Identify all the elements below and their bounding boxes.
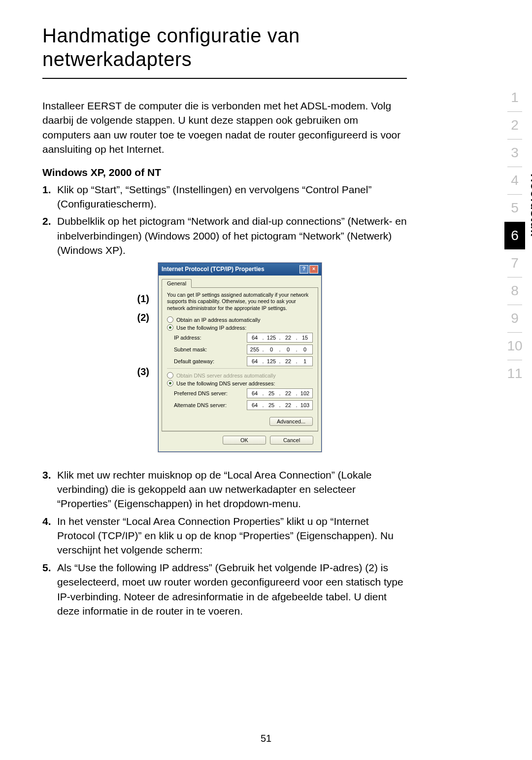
field-ip-address: IP address: 64. 125. 22. 15 <box>174 333 313 343</box>
figure-row: (1) (2) (3) Internet Protocol (TCP/IP) P… <box>42 263 407 460</box>
step-2: 2. Dubbelklik op het pictogram “Network … <box>42 214 407 257</box>
ip-octet: 0 <box>281 346 296 352</box>
field-label: Subnet mask: <box>174 346 247 352</box>
step-5: 5. Als “Use the following IP address” (G… <box>42 560 407 619</box>
callout-1: (1) <box>137 293 149 305</box>
field-default-gateway: Default gateway: 64. 125. 22. 1 <box>174 356 313 366</box>
field-label: Alternate DNS server: <box>174 402 247 408</box>
ip-octet: 125 <box>264 335 279 341</box>
ip-octet: 0 <box>298 346 312 352</box>
chapter-link-2[interactable]: 2 <box>504 111 525 139</box>
step-text: Klik met uw rechter muisknop op de “Loca… <box>57 468 407 511</box>
ip-octet: 64 <box>247 335 262 341</box>
ip-octet: 64 <box>247 358 262 364</box>
chapter-list: 1 2 3 4 5 6 7 8 9 10 11 <box>498 84 532 387</box>
chapter-link-1[interactable]: 1 <box>504 84 525 111</box>
callout-2: (2) <box>137 312 149 323</box>
dns-group: Obtain DNS server address automatically … <box>167 368 313 410</box>
step-text: Klik op “Start”, “Settings” (Instellinge… <box>57 182 407 211</box>
radio-icon <box>167 380 173 386</box>
cancel-button[interactable]: Cancel <box>270 436 313 445</box>
ip-octet: 22 <box>281 335 296 341</box>
radio-icon <box>167 316 173 323</box>
ip-octet: 22 <box>281 358 296 364</box>
step-number: 2. <box>42 214 57 257</box>
ok-button[interactable]: OK <box>223 436 266 445</box>
ip-octet: 0 <box>264 346 279 352</box>
step-3: 3. Klik met uw rechter muisknop op de “L… <box>42 468 407 511</box>
ip-octet: 103 <box>298 402 312 408</box>
ip-octet: 1 <box>298 358 312 364</box>
radio-label: Obtain an IP address automatically <box>176 317 260 323</box>
step-text: In het venster “Local Area Connection Pr… <box>57 514 407 557</box>
step-4: 4. In het venster “Local Area Connection… <box>42 514 407 557</box>
ip-octet: 25 <box>264 402 279 408</box>
field-label: Preferred DNS server: <box>174 390 247 396</box>
chapter-link-11[interactable]: 11 <box>504 360 525 387</box>
ip-address-input[interactable]: 64. 125. 22. 15 <box>247 333 313 343</box>
help-button[interactable]: ? <box>299 265 308 274</box>
default-gateway-input[interactable]: 64. 125. 22. 1 <box>247 356 313 366</box>
ip-octet: 64 <box>247 402 262 408</box>
ip-octet: 15 <box>298 335 312 341</box>
document-page: Handmatige configuratie van netwerkadapt… <box>0 0 532 760</box>
sidebar-vertical-label: Hoofdstuk <box>528 173 532 237</box>
field-label: IP address: <box>174 335 247 341</box>
radio-icon <box>167 372 173 379</box>
figure-callouts: (1) (2) (3) <box>42 263 158 460</box>
step-number: 3. <box>42 468 57 511</box>
chapter-link-8[interactable]: 8 <box>504 277 525 305</box>
chapter-link-7[interactable]: 7 <box>504 249 525 277</box>
intro-paragraph: Installeer EERST de computer die is verb… <box>42 99 407 157</box>
chapter-link-9[interactable]: 9 <box>504 305 525 332</box>
chapter-link-4[interactable]: 4 <box>504 167 525 194</box>
ip-octet: 22 <box>281 402 296 408</box>
ip-octet: 125 <box>264 358 279 364</box>
advanced-row: Advanced... <box>167 417 313 426</box>
tcpip-properties-dialog: Internet Protocol (TCP/IP) Properties ? … <box>158 263 322 452</box>
radio-icon <box>167 324 173 331</box>
chapter-link-6-active[interactable]: 6 <box>504 222 525 249</box>
radio-obtain-ip-auto[interactable]: Obtain an IP address automatically <box>167 316 313 323</box>
step-number: 1. <box>42 182 57 211</box>
subheading: Windows XP, 2000 of NT <box>42 167 407 178</box>
radio-obtain-dns-auto[interactable]: Obtain DNS server address automatically <box>167 372 313 379</box>
page-title: Handmatige configuratie van netwerkadapt… <box>42 24 407 71</box>
title-divider <box>42 78 407 79</box>
ip-octet: 64 <box>247 390 262 396</box>
field-label: Default gateway: <box>174 358 247 364</box>
step-1: 1. Klik op “Start”, “Settings” (Instelli… <box>42 182 407 211</box>
subnet-mask-input[interactable]: 255. 0. 0. 0 <box>247 345 313 354</box>
dialog-description: You can get IP settings assigned automat… <box>167 292 313 312</box>
chapter-link-10[interactable]: 10 <box>504 332 525 360</box>
preferred-dns-input[interactable]: 64. 25. 22. 102 <box>247 388 313 398</box>
field-subnet-mask: Subnet mask: 255. 0. 0. 0 <box>174 345 313 354</box>
step-text: Als “Use the following IP address” (Gebr… <box>57 560 407 619</box>
advanced-button[interactable]: Advanced... <box>269 417 313 426</box>
dialog-footer: OK Cancel <box>162 431 318 449</box>
step-number: 5. <box>42 560 57 619</box>
step-number: 4. <box>42 514 57 557</box>
radio-use-ip[interactable]: Use the following IP address: <box>167 324 313 331</box>
ip-octet: 25 <box>264 390 279 396</box>
step-text: Dubbelklik op het pictogram “Network and… <box>57 214 407 257</box>
page-number: 51 <box>0 733 532 744</box>
alternate-dns-input[interactable]: 64. 25. 22. 103 <box>247 400 313 410</box>
field-alternate-dns: Alternate DNS server: 64. 25. 22. 103 <box>174 400 313 410</box>
ip-octet: 22 <box>281 390 296 396</box>
radio-label: Use the following IP address: <box>176 325 246 331</box>
dialog-titlebar: Internet Protocol (TCP/IP) Properties ? … <box>159 263 321 276</box>
chapter-link-5[interactable]: 5 <box>504 194 525 222</box>
dialog-body: General You can get IP settings assigned… <box>159 276 321 452</box>
ip-octet: 102 <box>298 390 312 396</box>
radio-label: Use the following DNS server addresses: <box>176 380 275 386</box>
chapter-sidebar: 1 2 3 4 5 6 7 8 9 10 11 Hoofdstuk <box>498 84 532 387</box>
close-button[interactable]: × <box>309 265 318 274</box>
main-content: Handmatige configuratie van netwerkadapt… <box>42 24 407 621</box>
tab-general[interactable]: General <box>162 279 192 288</box>
chapter-link-3[interactable]: 3 <box>504 139 525 167</box>
radio-label: Obtain DNS server address automatically <box>176 373 276 379</box>
radio-use-dns[interactable]: Use the following DNS server addresses: <box>167 380 313 386</box>
callout-3: (3) <box>137 366 149 378</box>
field-preferred-dns: Preferred DNS server: 64. 25. 22. 102 <box>174 388 313 398</box>
